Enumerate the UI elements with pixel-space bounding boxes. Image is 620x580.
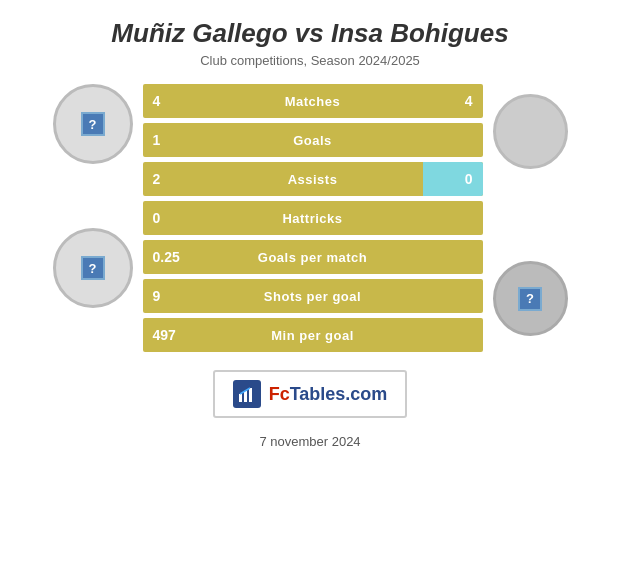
logo-box: FcTables.com [213, 370, 408, 418]
avatar-placeholder-left-bottom: ? [81, 256, 105, 280]
svg-rect-1 [244, 391, 247, 402]
stat-value-left: 9 [153, 288, 161, 304]
logo-container: FcTables.com [213, 370, 408, 418]
stat-value-right: 4 [465, 93, 473, 109]
stat-label: Shots per goal [264, 289, 361, 304]
logo-fc: Fc [269, 384, 290, 404]
stat-label: Goals per match [258, 250, 367, 265]
stat-bar: 4Matches4 [143, 84, 483, 118]
stat-bar: 0.25Goals per match [143, 240, 483, 274]
stat-bar: 1Goals [143, 123, 483, 157]
avatar-left-top: ? [53, 84, 133, 164]
stat-value-right: 0 [465, 171, 473, 187]
stat-row: 497Min per goal [143, 318, 483, 352]
stat-row: 9Shots per goal [143, 279, 483, 313]
right-avatars: ? [493, 84, 568, 336]
avatar-placeholder-left-top: ? [81, 112, 105, 136]
stat-row: 0.25Goals per match [143, 240, 483, 274]
stats-container: 4Matches41Goals2Assists00Hattricks0.25Go… [143, 84, 483, 352]
stat-row: 1Goals [143, 123, 483, 157]
stat-bar: 2Assists0 [143, 162, 483, 196]
stat-bar: 497Min per goal [143, 318, 483, 352]
stat-label: Goals [293, 133, 332, 148]
main-content: ? ? 4Matches41Goals2Assists00Hattricks0.… [0, 84, 620, 352]
stat-bar: 0Hattricks [143, 201, 483, 235]
footer-date: 7 november 2024 [259, 434, 360, 449]
stat-label: Hattricks [282, 211, 342, 226]
stat-row: 0Hattricks [143, 201, 483, 235]
avatar-right-top [493, 94, 568, 169]
stat-value-left: 0.25 [153, 249, 180, 265]
page-title: Muñiz Gallego vs Insa Bohigues [111, 18, 508, 49]
stat-label: Assists [288, 172, 338, 187]
page: Muñiz Gallego vs Insa Bohigues Club comp… [0, 0, 620, 580]
stat-value-left: 1 [153, 132, 161, 148]
page-subtitle: Club competitions, Season 2024/2025 [200, 53, 420, 68]
stat-value-left: 2 [153, 171, 161, 187]
stat-label: Matches [285, 94, 341, 109]
logo-icon [233, 380, 261, 408]
svg-rect-0 [239, 394, 242, 402]
logo-text: FcTables.com [269, 384, 388, 405]
stat-row: 4Matches4 [143, 84, 483, 118]
assists-fill [423, 162, 483, 196]
stat-value-left: 0 [153, 210, 161, 226]
stat-value-left: 4 [153, 93, 161, 109]
stat-value-left: 497 [153, 327, 176, 343]
stat-label: Min per goal [271, 328, 354, 343]
stat-bar: 9Shots per goal [143, 279, 483, 313]
left-avatars: ? ? [53, 84, 133, 308]
avatar-right-bottom: ? [493, 261, 568, 336]
avatar-placeholder-right-bottom: ? [518, 287, 542, 311]
stat-row: 2Assists0 [143, 162, 483, 196]
avatar-left-bottom: ? [53, 228, 133, 308]
svg-rect-2 [249, 388, 252, 402]
